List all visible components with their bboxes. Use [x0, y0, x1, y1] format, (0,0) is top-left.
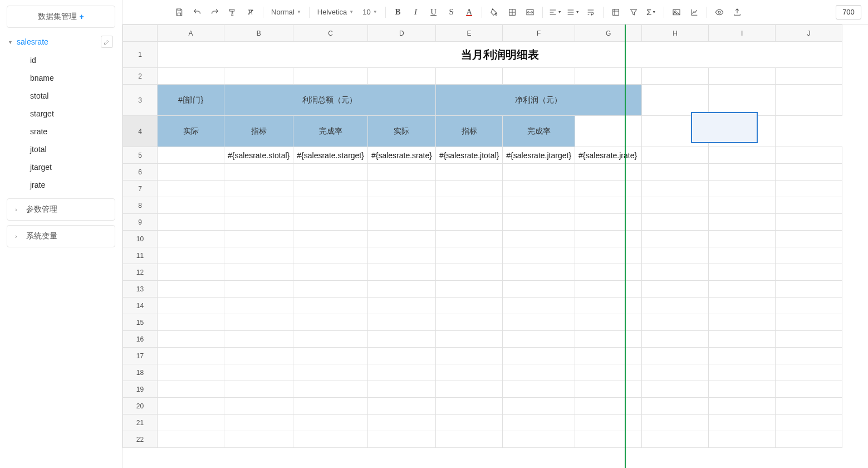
cell[interactable] — [709, 231, 776, 247]
row-header-20[interactable]: 20 — [123, 398, 158, 415]
wrap-icon[interactable] — [583, 4, 599, 20]
cell[interactable] — [224, 164, 293, 181]
cell[interactable] — [435, 298, 502, 314]
cell[interactable] — [642, 247, 709, 264]
cell[interactable] — [575, 247, 642, 264]
cell[interactable] — [503, 331, 575, 348]
format-dropdown[interactable]: Normal ▼ — [268, 4, 305, 20]
row-header-21[interactable]: 21 — [123, 415, 158, 431]
cell[interactable] — [367, 164, 435, 181]
cell[interactable] — [367, 181, 435, 197]
cell[interactable] — [435, 398, 502, 415]
cell[interactable] — [642, 181, 709, 197]
col-header-F[interactable]: F — [503, 25, 575, 42]
redo-icon[interactable] — [207, 4, 223, 20]
cell[interactable] — [709, 181, 776, 197]
cell[interactable] — [642, 147, 709, 164]
cell[interactable] — [224, 281, 293, 298]
strikethrough-icon[interactable]: S — [444, 4, 459, 20]
cell[interactable] — [158, 298, 224, 314]
cell[interactable] — [293, 415, 368, 431]
cell[interactable] — [293, 431, 368, 448]
filter-icon[interactable] — [626, 4, 641, 20]
cell[interactable] — [293, 264, 368, 281]
cell[interactable] — [642, 264, 709, 281]
tree-leaf[interactable]: bname — [7, 69, 115, 87]
cell[interactable] — [776, 314, 842, 331]
cell[interactable] — [367, 331, 435, 348]
clear-format-icon[interactable] — [243, 4, 258, 20]
row-header-19[interactable]: 19 — [123, 381, 158, 398]
cell[interactable] — [293, 398, 368, 415]
cell[interactable] — [435, 348, 502, 364]
cell[interactable] — [367, 197, 435, 214]
cell[interactable] — [435, 431, 502, 448]
format-painter-icon[interactable] — [225, 4, 241, 20]
cell[interactable] — [158, 231, 224, 247]
cell[interactable] — [642, 364, 709, 381]
row-header-10[interactable]: 10 — [123, 231, 158, 247]
font-color-icon[interactable]: A — [462, 4, 477, 20]
col-header-C[interactable]: C — [293, 25, 368, 42]
cell[interactable] — [158, 431, 224, 448]
cell[interactable] — [503, 247, 575, 264]
cell[interactable] — [776, 281, 842, 298]
cell[interactable] — [709, 398, 776, 415]
cell[interactable] — [575, 415, 642, 431]
cell[interactable] — [709, 281, 776, 298]
fill-color-icon[interactable] — [487, 4, 502, 20]
cell[interactable] — [642, 164, 709, 181]
sub-header[interactable]: 完成率 — [503, 116, 575, 147]
cell[interactable] — [224, 398, 293, 415]
cell[interactable] — [293, 68, 368, 85]
cell[interactable] — [776, 181, 842, 197]
cell[interactable] — [435, 281, 502, 298]
cell[interactable] — [575, 264, 642, 281]
cell[interactable] — [158, 381, 224, 398]
tree-leaf[interactable]: jrate — [7, 176, 115, 194]
cell[interactable]: #{salesrate.starget} — [293, 147, 368, 164]
cell[interactable] — [776, 214, 842, 231]
dept-header[interactable]: #{部门} — [158, 85, 224, 116]
cell[interactable] — [224, 68, 293, 85]
row-header-17[interactable]: 17 — [123, 348, 158, 364]
tree-leaf[interactable]: jtotal — [7, 140, 115, 158]
group2-header[interactable]: 净利润（元） — [435, 85, 641, 116]
image-icon[interactable] — [669, 4, 684, 20]
spreadsheet[interactable]: ABCDEFGHIJ1当月利润明细表23#{部门}利润总额（元）净利润（元）4实… — [122, 25, 868, 468]
cell[interactable] — [776, 147, 842, 164]
chart-icon[interactable] — [686, 4, 702, 20]
row-header-4[interactable]: 4 — [123, 116, 158, 147]
sub-header[interactable]: 指标 — [435, 116, 502, 147]
cell[interactable] — [293, 197, 368, 214]
cell[interactable] — [293, 281, 368, 298]
cell[interactable] — [642, 197, 709, 214]
row-header-3[interactable]: 3 — [123, 85, 158, 116]
cell[interactable] — [224, 381, 293, 398]
cell[interactable] — [503, 431, 575, 448]
cell[interactable] — [158, 364, 224, 381]
cell[interactable] — [575, 197, 642, 214]
tree-leaf[interactable]: starget — [7, 105, 115, 123]
cell[interactable] — [224, 364, 293, 381]
cell[interactable] — [776, 264, 842, 281]
cell[interactable] — [642, 116, 709, 147]
cell[interactable] — [575, 116, 642, 147]
row-header-5[interactable]: 5 — [123, 147, 158, 164]
cell[interactable] — [575, 68, 642, 85]
cell[interactable] — [158, 214, 224, 231]
cell[interactable] — [224, 331, 293, 348]
cell[interactable] — [709, 331, 776, 348]
cell[interactable]: #{salesrate.srate} — [367, 147, 435, 164]
cell[interactable] — [158, 331, 224, 348]
cell[interactable] — [709, 431, 776, 448]
cell[interactable] — [503, 298, 575, 314]
col-header-I[interactable]: I — [709, 25, 776, 42]
cell[interactable] — [293, 214, 368, 231]
cell[interactable] — [503, 381, 575, 398]
cell[interactable] — [293, 247, 368, 264]
cell[interactable] — [224, 181, 293, 197]
cell[interactable] — [709, 247, 776, 264]
sub-header[interactable]: 实际 — [158, 116, 224, 147]
row-header-22[interactable]: 22 — [123, 431, 158, 448]
